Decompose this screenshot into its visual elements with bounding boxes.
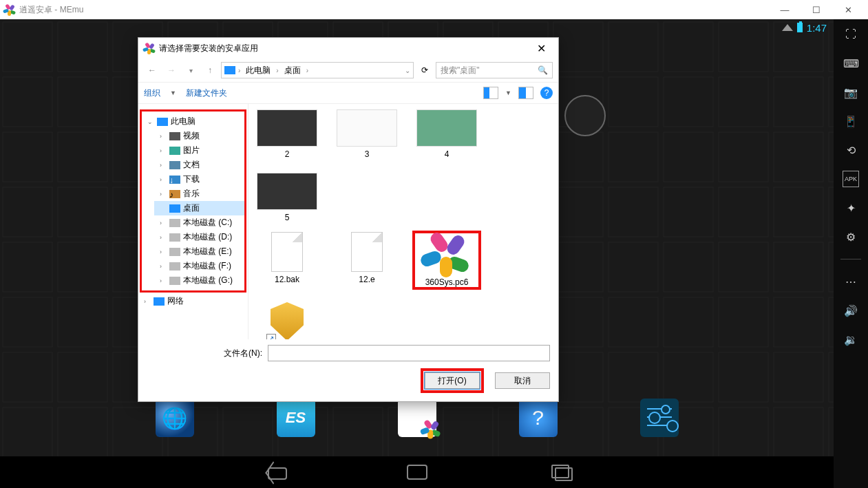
- rotate-icon[interactable]: ⟲: [843, 142, 859, 158]
- cleanup-icon[interactable]: ✦: [843, 200, 859, 216]
- app-logo-icon: [4, 4, 15, 15]
- close-button[interactable]: ✕: [832, 0, 864, 19]
- dialog-title: 请选择需要安装的安卓应用: [159, 43, 258, 54]
- settings-app-icon[interactable]: [640, 399, 679, 437]
- memu-icon: [426, 233, 467, 275]
- tree-item-disk-d[interactable]: ›本地磁盘 (D:): [154, 230, 244, 244]
- camera-icon[interactable]: 📷: [843, 84, 859, 100]
- search-input[interactable]: 搜索"桌面" 🔍: [436, 62, 553, 78]
- file-item-4[interactable]: 4: [414, 109, 480, 159]
- shake-icon[interactable]: 📱: [843, 113, 859, 129]
- es-explorer-app-icon[interactable]: ES: [277, 399, 315, 437]
- file-open-dialog: 请选择需要安装的安卓应用 ✕ ← → ▾ ↑ › 此电脑 › 桌面 › ⌄: [138, 37, 559, 402]
- address-dropdown-icon[interactable]: ⌄: [405, 67, 410, 74]
- preview-pane-button[interactable]: [518, 87, 533, 99]
- browser-app-icon[interactable]: 🌐: [156, 399, 194, 437]
- search-placeholder: 搜索"桌面": [441, 65, 480, 76]
- android-status-bar: 1:47: [0, 19, 834, 36]
- file-item-3[interactable]: 3: [334, 109, 400, 159]
- file-item-12e[interactable]: 12.e: [334, 232, 400, 288]
- window-title: 逍遥安卓 - MEmu: [19, 4, 83, 16]
- apk-icon[interactable]: APK: [843, 171, 859, 187]
- organize-menu[interactable]: 组织: [144, 87, 160, 99]
- view-mode-button[interactable]: [483, 87, 498, 99]
- folder-tree: ⌄此电脑 ›视频 ›图片 ›文档 ›↓下载 ›♪音乐 桌面 ›本地磁盘 (C:)…: [138, 104, 248, 339]
- wifi-icon: [782, 24, 793, 31]
- cancel-button[interactable]: 取消: [495, 372, 550, 389]
- file-item-gamespeed[interactable]: ↗立即为游戏提速: [254, 302, 320, 339]
- nav-history-icon[interactable]: ▾: [182, 67, 199, 74]
- tree-item-videos[interactable]: ›视频: [154, 129, 244, 143]
- tree-item-disk-e[interactable]: ›本地磁盘 (E:): [154, 244, 244, 259]
- dialog-footer: 文件名(N): 打开(O) 取消: [138, 339, 558, 401]
- more-icon[interactable]: ⋯: [843, 273, 859, 290]
- android-nav-bar: [0, 456, 834, 488]
- file-item-5[interactable]: 5: [254, 173, 320, 222]
- search-icon: 🔍: [538, 65, 548, 75]
- new-folder-button[interactable]: 新建文件夹: [186, 87, 227, 99]
- app-titlebar: 逍遥安卓 - MEmu — ☐ ✕: [0, 0, 868, 19]
- tree-item-pictures[interactable]: ›图片: [154, 143, 244, 158]
- keyboard-icon[interactable]: ⌨: [843, 55, 859, 72]
- fullscreen-icon[interactable]: ⛶: [843, 26, 859, 43]
- file-grid: 2 3 4 5 12.bak 12.e 360Sys.pc6 ↗立即为游戏提速: [248, 104, 558, 339]
- file-item-2[interactable]: 2: [254, 109, 320, 159]
- gear-icon[interactable]: ⚙: [843, 229, 859, 245]
- help-app-icon[interactable]: ?: [519, 399, 558, 437]
- nav-home-button[interactable]: [407, 465, 427, 480]
- open-button[interactable]: 打开(O): [425, 372, 480, 389]
- tree-item-desktop[interactable]: 桌面: [154, 201, 244, 215]
- tree-item-network[interactable]: ›网络: [138, 294, 248, 308]
- crumb-folder[interactable]: 桌面: [282, 65, 304, 76]
- nav-recents-button[interactable]: [551, 465, 572, 480]
- tree-item-music[interactable]: ›♪音乐: [154, 187, 244, 201]
- file-item-360sys[interactable]: 360Sys.pc6: [414, 232, 480, 288]
- battery-icon: [797, 23, 803, 32]
- refresh-button[interactable]: ⟳: [416, 65, 433, 75]
- volume-down-icon[interactable]: 🔉: [843, 331, 859, 348]
- dialog-nav-row: ← → ▾ ↑ › 此电脑 › 桌面 › ⌄ ⟳ 搜索"桌面" 🔍: [138, 59, 558, 82]
- tree-root-pc[interactable]: ⌄此电脑: [142, 114, 244, 129]
- dialog-icon: [144, 43, 155, 54]
- filename-label: 文件名(N):: [224, 348, 262, 359]
- volume-up-icon[interactable]: 🔊: [843, 302, 859, 319]
- dialog-titlebar: 请选择需要安装的安卓应用 ✕: [138, 38, 558, 59]
- app-store-icon[interactable]: [398, 399, 436, 437]
- nav-forward-icon[interactable]: →: [163, 65, 180, 75]
- emulator-area: 1:47 🌐 ES ? 请选择需要安装的安卓应用 ✕ ← →: [0, 19, 868, 488]
- file-item-12bak[interactable]: 12.bak: [254, 232, 320, 288]
- dialog-close-button[interactable]: ✕: [530, 42, 553, 55]
- tree-item-documents[interactable]: ›文档: [154, 158, 244, 172]
- clock: 1:47: [807, 22, 827, 34]
- nav-back-button[interactable]: [262, 465, 283, 480]
- tree-item-downloads[interactable]: ›↓下载: [154, 172, 244, 187]
- android-screen: 1:47 🌐 ES ? 请选择需要安装的安卓应用 ✕ ← →: [0, 19, 834, 488]
- maximize-button[interactable]: ☐: [801, 0, 832, 19]
- tree-item-disk-c[interactable]: ›本地磁盘 (C:): [154, 215, 244, 230]
- pc-icon: [224, 66, 235, 74]
- help-icon[interactable]: ?: [540, 87, 553, 99]
- tree-item-disk-f[interactable]: ›本地磁盘 (F:): [154, 259, 244, 273]
- nav-up-icon[interactable]: ↑: [202, 65, 218, 75]
- tree-item-disk-g[interactable]: ›本地磁盘 (G:): [154, 273, 244, 288]
- nav-back-icon[interactable]: ←: [144, 65, 160, 75]
- address-bar[interactable]: › 此电脑 › 桌面 › ⌄: [221, 62, 414, 78]
- minimize-button[interactable]: —: [769, 0, 801, 19]
- filename-input[interactable]: [268, 345, 550, 361]
- crumb-root[interactable]: 此电脑: [243, 65, 273, 76]
- dialog-toolbar: 组织 ▼ 新建文件夹 ▼ ?: [138, 82, 558, 104]
- floating-widget[interactable]: [564, 95, 606, 136]
- emulator-side-toolbar: ⛶ ⌨ 📷 📱 ⟲ APK ✦ ⚙ ⋯ 🔊 🔉: [834, 19, 868, 488]
